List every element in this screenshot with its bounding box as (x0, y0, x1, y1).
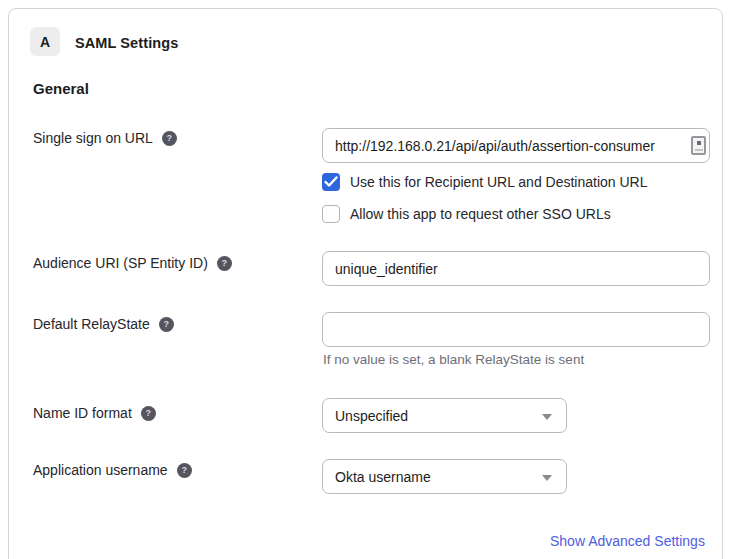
app-username-select[interactable]: Okta username (322, 459, 567, 494)
audience-uri-label-row: Audience URI (SP Entity ID) ? (33, 255, 232, 271)
recipient-url-checkbox-label: Use this for Recipient URL and Destinati… (350, 174, 648, 190)
name-id-format-label-row: Name ID format ? (33, 405, 156, 421)
chevron-down-icon (542, 475, 552, 481)
recipient-url-checkbox[interactable] (322, 173, 340, 191)
password-manager-autofill-icon[interactable] (691, 136, 706, 155)
saml-settings-card: A SAML Settings General Single sign on U… (8, 8, 723, 559)
section-heading-general: General (33, 80, 89, 97)
sso-url-input[interactable] (322, 128, 710, 163)
name-id-format-select[interactable]: Unspecified (322, 398, 567, 433)
audience-uri-input[interactable] (322, 251, 710, 286)
app-username-label-row: Application username ? (33, 462, 192, 478)
other-sso-checkbox[interactable] (322, 205, 340, 223)
name-id-format-help-icon[interactable]: ? (141, 406, 156, 421)
panel-title: SAML Settings (75, 35, 178, 51)
recipient-url-checkbox-row[interactable]: Use this for Recipient URL and Destinati… (322, 173, 648, 191)
name-id-format-selected-value: Unspecified (335, 408, 408, 424)
app-username-selected-value: Okta username (335, 469, 431, 485)
app-username-label: Application username (33, 462, 168, 478)
audience-uri-label: Audience URI (SP Entity ID) (33, 255, 208, 271)
sso-url-help-icon[interactable]: ? (162, 131, 177, 146)
saml-settings-screen: A SAML Settings General Single sign on U… (0, 0, 732, 559)
relay-state-input[interactable] (322, 312, 710, 347)
other-sso-checkbox-row[interactable]: Allow this app to request other SSO URLs (322, 205, 611, 223)
sso-url-label-row: Single sign on URL ? (33, 130, 177, 146)
section-badge-a: A (30, 27, 60, 56)
relay-state-helper-text: If no value is set, a blank RelayState i… (323, 352, 584, 367)
chevron-down-icon (542, 414, 552, 420)
relay-state-label: Default RelayState (33, 316, 150, 332)
app-username-help-icon[interactable]: ? (177, 463, 192, 478)
show-advanced-settings-link[interactable]: Show Advanced Settings (550, 533, 705, 549)
other-sso-checkbox-label: Allow this app to request other SSO URLs (350, 206, 611, 222)
name-id-format-label: Name ID format (33, 405, 132, 421)
sso-url-label: Single sign on URL (33, 130, 153, 146)
relay-state-label-row: Default RelayState ? (33, 316, 174, 332)
audience-uri-help-icon[interactable]: ? (217, 256, 232, 271)
check-icon (324, 176, 338, 188)
relay-state-help-icon[interactable]: ? (159, 317, 174, 332)
